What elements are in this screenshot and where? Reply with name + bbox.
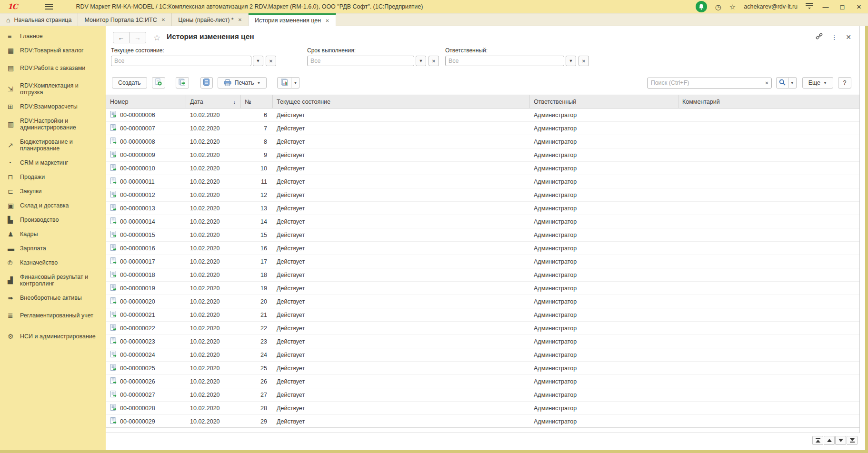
sidebar-item-warehouse-delivery[interactable]: ▣Склад и доставка	[0, 198, 106, 213]
table-row[interactable]: 00-0000002810.02.202028ДействуетАдминист…	[106, 402, 859, 415]
table-row[interactable]: 00-0000002210.02.202022ДействуетАдминист…	[106, 322, 859, 335]
table-row[interactable]: 00-0000002010.02.202020ДействуетАдминист…	[106, 295, 859, 308]
column-header-2[interactable]: №	[241, 95, 273, 108]
tab-close-icon[interactable]: ✕	[238, 17, 242, 22]
scroll-to-bottom-button[interactable]	[847, 436, 858, 445]
sidebar-item-regulated-accounting[interactable]: ≣Регламентированный учет	[0, 305, 106, 326]
column-header-0[interactable]: Номер	[106, 95, 186, 108]
sidebar-item-crm-marketing[interactable]: ◔CRM и маркетинг	[0, 156, 106, 170]
sidebar-item-orders[interactable]: ▤RDV:Работа с заказами	[0, 58, 106, 79]
create-by-copy-button[interactable]	[152, 77, 165, 89]
table-row[interactable]: 00-0000001610.02.202016ДействуетАдминист…	[106, 242, 859, 255]
table-row[interactable]: 00-0000001210.02.202012ДействуетАдминист…	[106, 188, 859, 202]
sidebar-item-settlements[interactable]: ⊞RDV:Взаиморасчеты	[0, 99, 106, 114]
table-row[interactable]: 00-0000001510.02.202015ДействуетАдминист…	[106, 228, 859, 242]
sidebar-item-treasury[interactable]: ℗Казначейство	[0, 256, 106, 270]
create-button[interactable]: Создать	[112, 77, 147, 89]
tab-начальная-страница[interactable]: ⌂Начальная страница	[0, 13, 78, 26]
scroll-down-button[interactable]	[835, 436, 846, 445]
form-header: ← → ☆ История изменения цен ⋮ ✕	[106, 30, 859, 46]
maximize-icon[interactable]: ◻	[838, 3, 847, 10]
table-row[interactable]: 00-0000002610.02.202026ДействуетАдминист…	[106, 375, 859, 388]
sidebar-item-rdv-settings[interactable]: ▥RDV:Настройки и администрирование	[0, 114, 106, 135]
clear-button[interactable]: ✕	[429, 56, 439, 66]
notifications-bell-icon[interactable]	[696, 1, 707, 12]
more-button[interactable]: Еще ▼	[802, 77, 833, 89]
report-button[interactable]	[277, 77, 291, 89]
filter-current-state-input[interactable]	[111, 56, 251, 66]
tab-монитор-портала-1с-итс[interactable]: Монитор Портала 1С:ИТС✕	[78, 13, 172, 26]
print-button[interactable]: Печать ▼	[218, 77, 267, 89]
table-row[interactable]: 00-0000001710.02.202017ДействуетАдминист…	[106, 255, 859, 268]
table-row[interactable]: 00-0000002110.02.202021ДействуетАдминист…	[106, 308, 859, 322]
search-dropdown-button[interactable]: ▼	[788, 77, 797, 89]
favorite-star-icon[interactable]: ☆	[153, 33, 160, 43]
search-clear-icon[interactable]: ✕	[765, 80, 768, 86]
user-email[interactable]: achekarev@rdv-it.ru	[744, 3, 798, 10]
get-link-icon[interactable]	[816, 33, 823, 41]
sidebar-item-payroll[interactable]: ▬Зарплата	[0, 241, 106, 256]
cell-date: 10.02.2020	[186, 122, 241, 135]
filter-due-date-input[interactable]	[307, 56, 414, 66]
sidebar-item-main-menu[interactable]: ≡Главное	[0, 29, 106, 43]
column-header-4[interactable]: Ответственный	[530, 95, 678, 108]
more-menu-icon[interactable]: ⋮	[831, 34, 838, 40]
help-button[interactable]: ?	[838, 77, 851, 89]
sidebar-item-product-catalog[interactable]: ▦RDV:Товарный каталог	[0, 43, 106, 58]
table-row[interactable]: 00-0000001010.02.202010ДействуетАдминист…	[106, 162, 859, 175]
table-row[interactable]: 00-0000001410.02.202014ДействуетАдминист…	[106, 215, 859, 228]
sidebar-item-picking-shipping[interactable]: ⇲RDV:Комплектация и отгрузка	[0, 79, 106, 99]
table-row[interactable]: 00-0000001810.02.202018ДействуетАдминист…	[106, 268, 859, 282]
sidebar-item-fixed-assets[interactable]: ➠Внеоборотные активы	[0, 291, 106, 305]
forward-button[interactable]: →	[130, 32, 146, 43]
sidebar-item-hr[interactable]: ♟Кадры	[0, 227, 106, 241]
dropdown-button[interactable]: ▼	[566, 56, 576, 66]
report-dropdown-button[interactable]: ▼	[291, 77, 299, 89]
close-form-icon[interactable]: ✕	[846, 34, 851, 40]
table-row[interactable]: 00-0000001110.02.202011ДействуетАдминист…	[106, 175, 859, 188]
back-button[interactable]: ←	[113, 32, 130, 43]
column-header-3[interactable]: Текущее состояние	[273, 95, 530, 108]
table-row[interactable]: 00-0000000810.02.20208ДействуетАдминистр…	[106, 135, 859, 148]
close-icon[interactable]: ✕	[855, 3, 863, 10]
tab-close-icon[interactable]: ✕	[325, 18, 329, 23]
service-menu-icon[interactable]	[806, 3, 813, 10]
main-menu-icon[interactable]	[45, 4, 53, 10]
document-icon	[110, 138, 117, 146]
sidebar-item-master-data-admin[interactable]: ⚙НСИ и администрирование	[0, 326, 106, 347]
filter-responsible-input[interactable]	[445, 56, 564, 66]
table-row[interactable]: 00-0000000910.02.20209ДействуетАдминистр…	[106, 148, 859, 162]
table-row[interactable]: 00-0000002710.02.202027ДействуетАдминист…	[106, 388, 859, 402]
sidebar-item-purchases[interactable]: ⊏Закупки	[0, 184, 106, 198]
column-header-1[interactable]: Дата↓	[186, 95, 241, 108]
sidebar-item-budgeting[interactable]: ↗Бюджетирование и планирование	[0, 135, 106, 156]
favorites-star-icon[interactable]: ☆	[729, 3, 736, 10]
sidebar-item-production[interactable]: ▙Производство	[0, 213, 106, 227]
sidebar-item-sales[interactable]: ⊓Продажи	[0, 170, 106, 184]
table-row[interactable]: 00-0000002510.02.202025ДействуетАдминист…	[106, 362, 859, 375]
search-button[interactable]	[776, 77, 788, 89]
table-row[interactable]: 00-0000001310.02.202013ДействуетАдминист…	[106, 202, 859, 215]
clear-button[interactable]: ✕	[266, 56, 276, 66]
clear-button[interactable]: ✕	[579, 56, 589, 66]
table-row[interactable]: 00-0000002410.02.202024ДействуетАдминист…	[106, 348, 859, 362]
scroll-up-button[interactable]	[824, 436, 835, 445]
scroll-to-top-button[interactable]	[812, 436, 823, 445]
tab-история-изменения-цен[interactable]: История изменения цен✕	[249, 13, 336, 26]
sidebar-item-financial-result[interactable]: ▟Финансовый результат и контроллинг	[0, 270, 106, 291]
register-button[interactable]	[200, 77, 213, 89]
table-row[interactable]: 00-0000000610.02.20206ДействуетАдминистр…	[106, 108, 859, 122]
column-header-5[interactable]: Комментарий	[678, 95, 859, 108]
table-row[interactable]: 00-0000001910.02.202019ДействуетАдминист…	[106, 282, 859, 295]
table-row[interactable]: 00-0000000710.02.20207ДействуетАдминистр…	[106, 122, 859, 135]
tab-цены-прайс-лист-[interactable]: Цены (прайс-лист) *✕	[172, 13, 249, 26]
dropdown-button[interactable]: ▼	[416, 56, 426, 66]
dropdown-button[interactable]: ▼	[253, 56, 263, 66]
tab-close-icon[interactable]: ✕	[161, 17, 165, 22]
minimize-icon[interactable]: —	[821, 3, 830, 10]
table-row[interactable]: 00-0000002310.02.202023ДействуетАдминист…	[106, 335, 859, 348]
search-input[interactable]	[647, 78, 772, 89]
history-clock-icon[interactable]: ◷	[715, 3, 721, 10]
copy-button[interactable]	[176, 77, 189, 89]
table-row[interactable]: 00-0000002910.02.202029ДействуетАдминист…	[106, 415, 859, 428]
